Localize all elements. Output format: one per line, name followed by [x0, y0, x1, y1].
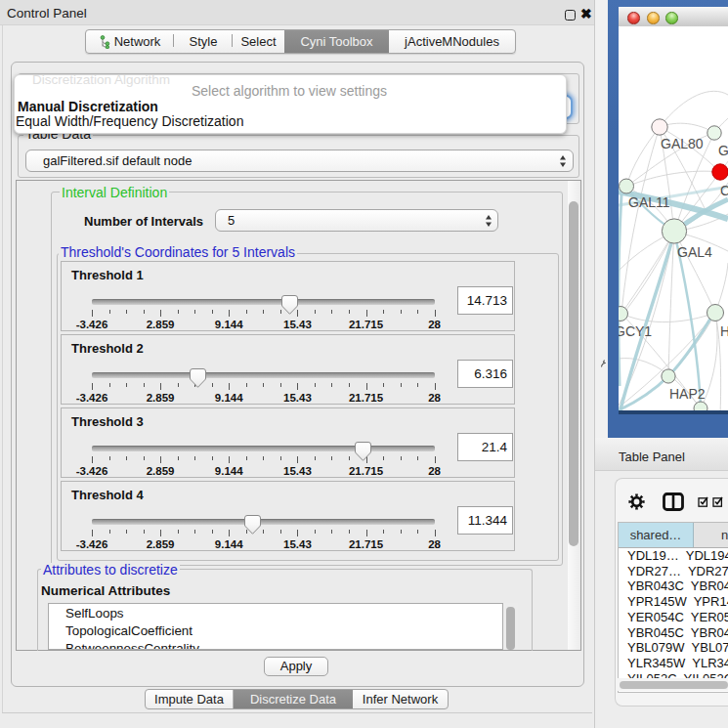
svg-text:HAP2: HAP2 [669, 386, 706, 402]
svg-text:GCY1: GCY1 [619, 323, 652, 339]
svg-text:C: C [720, 183, 728, 198]
svg-text:GAL80: GAL80 [661, 136, 704, 151]
svg-text:GAL11: GAL11 [628, 194, 670, 210]
svg-text:GA: GA [718, 143, 728, 158]
svg-text:GAL4: GAL4 [677, 244, 712, 260]
svg-text:H: H [720, 323, 728, 339]
